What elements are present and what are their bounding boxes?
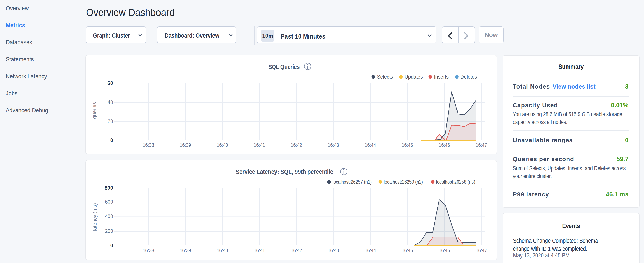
svg-text:16:42: 16:42 [291, 142, 302, 148]
svg-text:16:43: 16:43 [328, 142, 339, 148]
svg-text:600: 600 [105, 199, 113, 205]
svg-text:16:40: 16:40 [217, 248, 228, 253]
svg-text:20: 20 [108, 119, 113, 124]
svg-text:16:40: 16:40 [217, 142, 228, 148]
svg-text:16:47: 16:47 [476, 248, 487, 253]
svg-text:Service Latency: SQL, 99th per: Service Latency: SQL, 99th percentile [236, 168, 333, 175]
svg-text:200: 200 [105, 228, 113, 234]
svg-text:16:38: 16:38 [143, 142, 154, 148]
svg-text:16:43: 16:43 [328, 248, 339, 253]
svg-text:16:45: 16:45 [402, 142, 413, 148]
svg-text:localhost:26257 (n1): localhost:26257 (n1) [332, 179, 372, 185]
svg-text:latency (ms): latency (ms) [92, 203, 98, 231]
svg-text:Selects: Selects [377, 74, 393, 80]
svg-text:16:39: 16:39 [180, 142, 191, 148]
svg-text:Updates: Updates [404, 74, 423, 80]
svg-text:40: 40 [108, 100, 113, 105]
svg-text:16:42: 16:42 [291, 248, 302, 253]
svg-text:16:46: 16:46 [439, 248, 450, 253]
svg-text:localhost:26259 (n2): localhost:26259 (n2) [384, 179, 423, 185]
svg-text:16:39: 16:39 [180, 248, 191, 253]
svg-text:16:38: 16:38 [143, 248, 154, 253]
svg-text:0: 0 [110, 242, 113, 248]
svg-text:16:47: 16:47 [476, 142, 487, 148]
svg-text:Deletes: Deletes [460, 74, 477, 80]
svg-text:SQL Queries: SQL Queries [268, 63, 300, 70]
svg-text:400: 400 [105, 214, 113, 219]
svg-text:16:46: 16:46 [439, 142, 450, 148]
svg-text:60: 60 [107, 80, 113, 86]
svg-text:800: 800 [104, 185, 113, 191]
svg-text:queries: queries [92, 102, 97, 119]
svg-text:16:44: 16:44 [365, 142, 376, 148]
svg-text:localhost:26258 (n3): localhost:26258 (n3) [436, 179, 475, 185]
svg-text:16:45: 16:45 [402, 248, 413, 253]
svg-text:16:44: 16:44 [365, 248, 376, 253]
svg-text:16:41: 16:41 [254, 142, 265, 148]
svg-text:Inserts: Inserts [434, 74, 448, 80]
svg-text:0: 0 [110, 137, 113, 143]
svg-text:16:41: 16:41 [254, 248, 265, 253]
